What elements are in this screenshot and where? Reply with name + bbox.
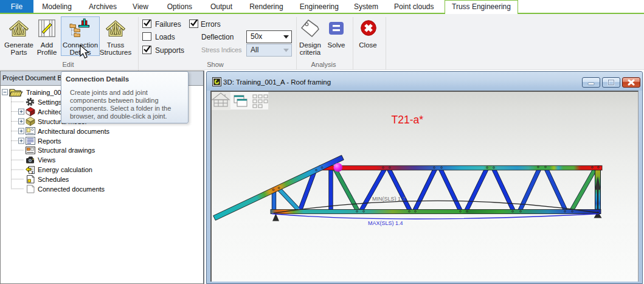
- svg-text:MIN(SLS) 1.7: MIN(SLS) 1.7: [372, 196, 406, 202]
- svg-text:MAX(SLS) 1.4: MAX(SLS) 1.4: [368, 220, 403, 226]
- svg-text:Connected documents: Connected documents: [38, 185, 105, 193]
- svg-text:Structural drawings: Structural drawings: [38, 147, 95, 154]
- svg-text:Architectural documents: Architectural documents: [38, 128, 109, 135]
- svg-text:z: z: [32, 170, 34, 175]
- svg-text:Schedules: Schedules: [38, 176, 69, 183]
- svg-text:Energy calculation: Energy calculation: [38, 166, 92, 173]
- svg-text:Views: Views: [38, 156, 56, 164]
- svg-text:Reports: Reports: [38, 137, 61, 145]
- svg-text:T21-a*: T21-a*: [392, 114, 424, 126]
- svg-text:Settings: Settings: [38, 99, 62, 106]
